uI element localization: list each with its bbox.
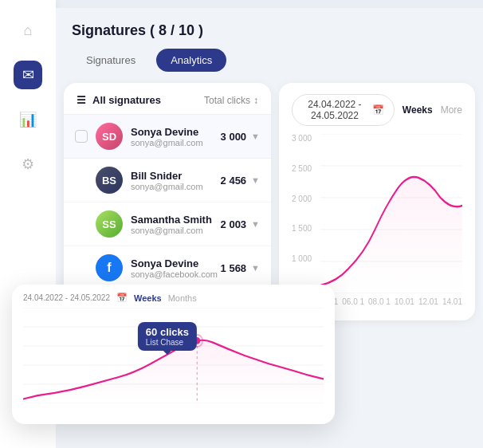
chevron-down-icon[interactable]: ▼ [251, 263, 260, 273]
user-name: Sonya Devine [131, 257, 221, 269]
user-email: sonya@gmail.com [131, 226, 221, 235]
page-title: Signatures ( 8 / 10 ) [72, 22, 203, 39]
more-button[interactable]: More [441, 104, 462, 116]
popup-chart-area: 60 clicks List Chase [23, 308, 324, 403]
user-info: Sonya Devine sonya@facebook.com [131, 257, 221, 279]
tab-analytics[interactable]: Analytics [156, 49, 226, 72]
table-row[interactable]: SD Sonya Devine sonya@gmail.com 3 000 ▼ [64, 115, 271, 159]
user-info: Sonya Devine sonya@gmail.com [131, 126, 221, 147]
y-axis-labels: 3 000 2 500 2 000 1 500 1 000 500 [292, 134, 320, 293]
sidebar-item-analytics[interactable]: 📊 [14, 105, 42, 134]
popup-calendar-icon: 📅 [116, 293, 128, 303]
sort-icon: ↕ [253, 95, 258, 106]
weeks-button[interactable]: Weeks [402, 104, 433, 116]
user-email: sonya@gmail.com [131, 138, 221, 147]
date-range-text: 24.04.2022 - 24.05.2022 [302, 99, 367, 121]
user-info: Bill Snider sonya@gmail.com [131, 170, 221, 191]
table-header: ☰ All signatures Total clicks ↕ [64, 83, 271, 115]
chart-toolbar: 24.04.2022 - 24.05.2022 📅 Weeks More [292, 94, 462, 126]
row-checkbox[interactable] [75, 130, 88, 143]
tab-bar: Signatures Analytics [56, 49, 483, 83]
user-email: sonya@gmail.com [131, 182, 221, 191]
chart-inner [320, 134, 462, 293]
sidebar-item-home[interactable]: ⌂ [14, 16, 42, 45]
popup-date-range: 24.04.2022 - 24.05.2022 [23, 293, 110, 302]
tooltip: 60 clicks List Chase [138, 322, 197, 351]
chevron-down-icon[interactable]: ▼ [251, 219, 260, 229]
chevron-down-icon[interactable]: ▼ [251, 132, 260, 141]
page-header: Signatures ( 8 / 10 ) [56, 8, 483, 49]
date-range-button[interactable]: 24.04.2022 - 24.05.2022 📅 [292, 94, 395, 126]
x-axis-labels: 4.0 1 06.0 1 08.0 1 10.01 12.01 14.01 [320, 293, 462, 309]
click-count: 1 568 [221, 262, 247, 274]
sidebar-item-settings[interactable]: ⚙ [14, 150, 42, 179]
table-row[interactable]: f Sonya Devine sonya@facebook.com 1 568 … [64, 246, 271, 290]
popup-toolbar: 24.04.2022 - 24.05.2022 📅 Weeks Months [23, 293, 324, 303]
table-row[interactable]: SS Samantha Smith sonya@gmail.com 2 003 … [64, 202, 271, 246]
click-count: 3 000 [221, 131, 247, 143]
chart-container: 3 000 2 500 2 000 1 500 1 000 500 [292, 134, 462, 309]
tab-signatures[interactable]: Signatures [72, 49, 150, 72]
total-clicks-sort[interactable]: Total clicks ↕ [204, 95, 258, 106]
user-email: sonya@facebook.com [131, 269, 221, 279]
click-count: 2 003 [221, 218, 247, 230]
tooltip-label: List Chase [146, 338, 189, 347]
click-count: 2 456 [221, 175, 247, 187]
table-icon: ☰ [77, 94, 86, 106]
user-info: Samantha Smith sonya@gmail.com [131, 214, 221, 235]
tooltip-clicks: 60 clicks [146, 326, 189, 338]
avatar: SS [96, 210, 123, 238]
table-header-left: ☰ All signatures [77, 94, 161, 106]
user-name: Samantha Smith [131, 214, 221, 226]
calendar-icon: 📅 [372, 104, 384, 116]
user-name: Bill Snider [131, 170, 221, 182]
all-signatures-label: All signatures [92, 94, 161, 106]
popup-weeks-button[interactable]: Weeks [134, 293, 162, 303]
avatar: BS [96, 167, 123, 194]
total-clicks-label: Total clicks [204, 95, 250, 106]
avatar: SD [96, 123, 123, 150]
table-row[interactable]: BS Bill Snider sonya@gmail.com 2 456 ▼ [64, 159, 271, 202]
avatar: f [96, 254, 123, 281]
user-name: Sonya Devine [131, 126, 221, 138]
popup-months-button[interactable]: Months [168, 293, 197, 303]
sidebar-item-signatures[interactable]: ✉ [14, 61, 42, 89]
popup-chart: 24.04.2022 - 24.05.2022 📅 Weeks Months 6… [12, 285, 335, 424]
chevron-down-icon[interactable]: ▼ [251, 175, 260, 185]
